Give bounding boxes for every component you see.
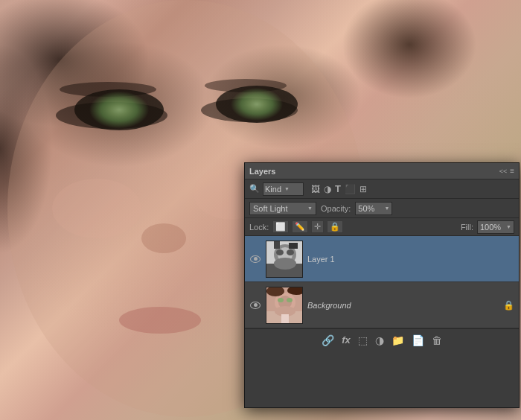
layer1-visibility-toggle[interactable]	[249, 253, 261, 265]
layer1-thumbnail	[266, 241, 303, 278]
layers-panel: Layers << ≡ 🔍 Kind ▼ 🖼 ◑ T ⬛ ⊞ Soft Ligh…	[244, 162, 520, 408]
filter-icons: 🖼 ◑ T ⬛ ⊞	[311, 183, 367, 194]
fill-input[interactable]: 100% ▼	[477, 220, 514, 234]
kind-label: Kind	[265, 185, 281, 194]
smart-filter-icon[interactable]: ⊞	[359, 184, 367, 194]
panel-titlebar: Layers << ≡	[245, 163, 519, 179]
svg-point-13	[287, 249, 294, 255]
bottom-toolbar: 🔗 fx ⬚ ◑ 📁 📄 🗑	[245, 328, 519, 351]
collapse-button[interactable]: <<	[499, 168, 508, 175]
lock-image-icon[interactable]: ✏️	[292, 220, 308, 233]
opacity-value: 50%	[358, 204, 374, 213]
svg-point-21	[278, 298, 284, 302]
link-icon[interactable]: 🔗	[322, 334, 334, 346]
group-folder-icon[interactable]: 📁	[391, 334, 404, 346]
background-name: Background	[307, 301, 499, 310]
fill-arrow: ▼	[506, 224, 511, 229]
blend-mode-arrow: ▼	[307, 206, 313, 211]
new-layer-icon[interactable]: 📄	[412, 334, 424, 346]
opacity-arrow: ▼	[384, 206, 389, 211]
fill-label: Fill:	[461, 223, 473, 232]
shape-filter-icon[interactable]: ⬛	[345, 184, 356, 194]
new-fill-icon[interactable]: ⬚	[358, 334, 368, 346]
eye-right	[216, 86, 298, 123]
fill-value: 100%	[480, 223, 501, 232]
image-filter-icon[interactable]: 🖼	[311, 184, 320, 194]
adjustment-circle-icon[interactable]: ◑	[375, 334, 384, 346]
toolbar-row1: 🔍 Kind ▼ 🖼 ◑ T ⬛ ⊞	[245, 179, 519, 199]
layer-item-layer1[interactable]: Layer 1	[245, 236, 519, 282]
lock-transparent-icon[interactable]: ⬜	[272, 220, 289, 233]
lock-label: Lock:	[249, 223, 269, 232]
kind-dropdown-arrow: ▼	[284, 186, 290, 191]
toolbar-row3: Lock: ⬜ ✏️ ✛ 🔒 Fill: 100% ▼	[245, 218, 519, 236]
lock-position-icon[interactable]: ✛	[311, 220, 324, 233]
blend-mode-dropdown[interactable]: Soft Light ▼	[249, 202, 316, 215]
svg-point-15	[274, 258, 296, 270]
layer1-name: Layer 1	[307, 255, 514, 264]
search-icon: 🔍	[249, 184, 260, 194]
lock-all-icon[interactable]: 🔒	[327, 220, 343, 233]
fx-icon[interactable]: fx	[342, 334, 351, 346]
svg-rect-17	[289, 243, 298, 249]
background-eye-icon	[250, 302, 260, 309]
opacity-label: Opacity:	[321, 204, 351, 213]
opacity-input[interactable]: 50% ▼	[355, 202, 392, 215]
layer1-eye-icon	[250, 255, 260, 263]
background-lock-icon: 🔒	[503, 300, 514, 311]
kind-dropdown[interactable]: Kind ▼	[263, 182, 304, 196]
layer-item-background[interactable]: Background 🔒	[245, 282, 519, 328]
adjustment-filter-icon[interactable]: ◑	[324, 184, 331, 194]
lock-icons: ⬜ ✏️ ✛ 🔒	[272, 220, 343, 233]
blend-mode-label: Soft Light	[253, 204, 287, 213]
background-visibility-toggle[interactable]	[249, 299, 261, 311]
svg-rect-27	[281, 314, 289, 324]
eye-left	[74, 89, 164, 130]
panel-title: Layers	[249, 167, 275, 176]
background-thumbnail	[266, 287, 303, 324]
svg-rect-16	[274, 241, 280, 249]
toolbar-row2: Soft Light ▼ Opacity: 50% ▼	[245, 199, 519, 218]
panel-menu-button[interactable]: ≡	[510, 167, 514, 175]
svg-point-22	[287, 298, 293, 302]
panel-controls: << ≡	[499, 167, 514, 175]
layers-list: Layer 1 Backg	[245, 236, 519, 328]
svg-point-12	[276, 249, 284, 255]
text-filter-icon[interactable]: T	[335, 183, 341, 194]
delete-icon[interactable]: 🗑	[432, 334, 442, 346]
